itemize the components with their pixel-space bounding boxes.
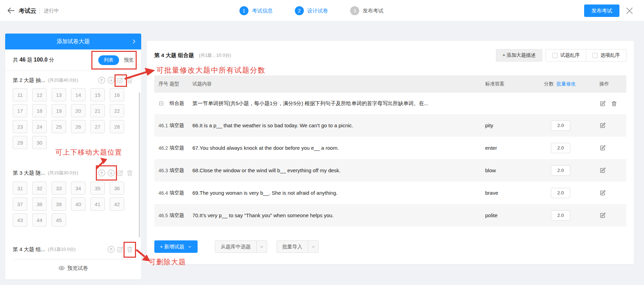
table-footer-actions: + 新增试题 从题库中选题 批量导入: [154, 240, 626, 253]
edit-question-icon[interactable]: [599, 145, 606, 151]
table-row-subquestion: 46.3 填空题 68.Close the window or the wind…: [154, 159, 626, 182]
score-input[interactable]: 2.0: [551, 188, 570, 198]
question-number[interactable]: 43: [13, 213, 27, 227]
publish-exam-button[interactable]: 发布考试: [584, 4, 619, 17]
question-number[interactable]: 16: [110, 88, 124, 101]
header-divider: [39, 8, 39, 14]
question-number[interactable]: 26: [71, 120, 85, 133]
annotation-arrow-batch-score: [123, 67, 156, 81]
question-number[interactable]: 25: [52, 120, 66, 133]
toggle-preview-tab[interactable]: 预览: [124, 57, 134, 63]
question-number[interactable]: 23: [13, 120, 27, 133]
preview-paper-button[interactable]: 预览试卷: [5, 259, 141, 277]
section-list: 第 2 大题 抽... (共20题40.0分) 分 11 12 13 14 15…: [5, 71, 141, 257]
question-number[interactable]: 30: [32, 136, 47, 149]
question-number[interactable]: 32: [32, 182, 47, 195]
step-publish-exam[interactable]: 3 发布考试: [350, 6, 383, 15]
question-number-grid-3: 31 32 33 34 35 36 37 38 39 40 41 42 43 4…: [13, 182, 134, 227]
question-number[interactable]: 12: [32, 88, 47, 101]
section-detail-title: 第 4 大题 组合题: [154, 52, 194, 59]
question-number[interactable]: 21: [90, 104, 105, 117]
shuffle-choices-checkbox[interactable]: 选项乱序: [586, 49, 626, 61]
question-number[interactable]: 45: [52, 213, 66, 227]
edit-question-icon[interactable]: [599, 190, 606, 196]
paper-summary-row: 共 46 题 100.0 分 列表 预览: [5, 49, 141, 71]
section-row-2: 第 2 大题 抽... (共20题40.0分) 分: [13, 74, 134, 86]
edit-question-icon[interactable]: [599, 167, 606, 174]
batch-edit-score-link[interactable]: 批量修改: [556, 81, 576, 87]
sidebar-scrollbar[interactable]: [139, 92, 140, 238]
question-number[interactable]: 41: [90, 197, 105, 211]
batch-score-edit-icon[interactable]: 分: [117, 246, 124, 253]
question-number[interactable]: 35: [90, 182, 105, 195]
app-title: 考试云: [19, 7, 36, 15]
question-number[interactable]: 17: [13, 104, 27, 117]
shuffle-options-group: 试题乱序 选项乱序: [546, 49, 626, 62]
question-number[interactable]: 44: [32, 213, 47, 227]
move-up-icon[interactable]: [98, 76, 106, 84]
chevron-down-icon[interactable]: [256, 241, 267, 252]
step-2-dot: 2: [295, 6, 304, 15]
checkbox-icon: [552, 53, 557, 58]
chevron-right-icon: [131, 38, 137, 45]
edit-question-icon[interactable]: [599, 100, 606, 107]
add-description-button[interactable]: + 添加大题描述: [496, 49, 542, 62]
section-detail-header: 第 4 大题 组合题 (共1题，10.0分) + 添加大题描述 试题乱序 选项乱…: [154, 49, 626, 62]
question-number[interactable]: 22: [110, 104, 124, 117]
question-number[interactable]: 27: [90, 120, 105, 133]
exam-status: 进行中: [44, 8, 59, 14]
delete-section-icon[interactable]: [126, 246, 134, 253]
close-icon[interactable]: [624, 6, 635, 16]
edit-question-icon[interactable]: [599, 212, 606, 219]
step-design-paper[interactable]: 2 设计试卷: [295, 6, 328, 15]
table-row-subquestion: 46.4 填空题 69.The young woman is very b__.…: [154, 182, 626, 204]
checkbox-icon: [592, 53, 598, 58]
add-question-button[interactable]: + 新增试题: [154, 240, 198, 253]
question-number[interactable]: 34: [71, 182, 85, 195]
move-down-icon[interactable]: [107, 76, 115, 84]
question-number[interactable]: 28: [110, 120, 124, 133]
question-number[interactable]: 14: [71, 88, 85, 101]
question-number[interactable]: 38: [32, 197, 47, 211]
question-number[interactable]: 36: [110, 182, 124, 195]
question-number[interactable]: 29: [13, 136, 27, 149]
edit-question-icon[interactable]: [599, 122, 606, 129]
move-up-icon[interactable]: [107, 246, 115, 253]
question-number-grid-2: 11 12 13 14 15 16 17 18 19 20 21 22 23 2…: [13, 88, 134, 149]
question-number[interactable]: 19: [52, 104, 66, 117]
question-number[interactable]: 24: [32, 120, 47, 133]
question-number[interactable]: 37: [13, 197, 27, 211]
question-number[interactable]: 11: [13, 88, 27, 101]
question-number[interactable]: 15: [90, 88, 105, 101]
question-number[interactable]: 18: [32, 104, 47, 117]
total-question-count: 46: [19, 57, 26, 63]
batch-import-button: 批量导入: [276, 240, 319, 253]
add-section-button[interactable]: 添加试卷大题: [5, 34, 141, 49]
question-number[interactable]: 20: [71, 104, 85, 117]
delete-question-icon[interactable]: [611, 100, 617, 107]
score-input[interactable]: 2.0: [551, 143, 570, 153]
question-number[interactable]: 40: [71, 197, 85, 211]
toggle-list-tab[interactable]: 列表: [98, 55, 119, 65]
chevron-down-icon[interactable]: [308, 241, 318, 252]
step-1-dot: 1: [239, 6, 248, 15]
section-row-4: 第 4 大题 组... (共1题10.0分) 分: [13, 242, 134, 257]
question-number[interactable]: 39: [52, 197, 66, 211]
delete-section-icon[interactable]: [126, 169, 134, 177]
question-number[interactable]: 31: [13, 182, 27, 195]
wizard-steps: 1 考试信息 2 设计试卷 3 发布考试: [239, 0, 383, 21]
score-input[interactable]: 2.0: [551, 120, 570, 131]
select-from-bank-button: 从题库中选题: [215, 240, 267, 253]
question-number[interactable]: 13: [52, 88, 66, 101]
score-input[interactable]: 2.0: [551, 210, 570, 221]
score-input[interactable]: 2.0: [551, 165, 570, 176]
step-exam-info[interactable]: 1 考试信息: [239, 6, 273, 15]
annotation-arrow-delete-section: [134, 246, 154, 263]
question-number[interactable]: 33: [52, 182, 66, 195]
batch-score-edit-icon[interactable]: 分: [117, 169, 124, 177]
view-toggle: 列表 预览: [98, 55, 134, 65]
question-number[interactable]: 42: [110, 197, 124, 211]
collapse-icon[interactable]: [158, 101, 170, 106]
back-arrow-icon[interactable]: [6, 6, 16, 15]
shuffle-questions-checkbox[interactable]: 试题乱序: [546, 49, 586, 61]
